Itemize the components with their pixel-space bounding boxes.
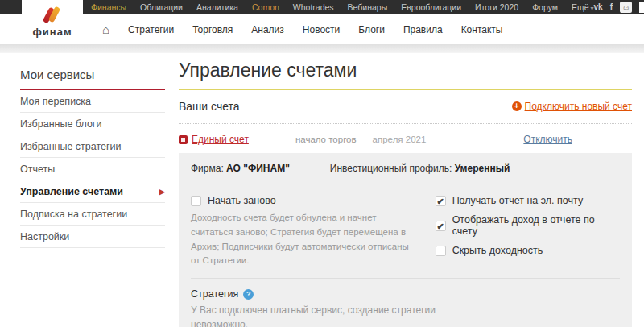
profile-value: Умеренный (455, 163, 510, 174)
sidebar-item-label: Настройки (20, 231, 69, 242)
sidebar-item-otchety[interactable]: Отчеты (20, 158, 165, 180)
topbar-item-comon[interactable]: Comon (252, 2, 279, 12)
help-icon[interactable]: ? (243, 289, 254, 300)
section-title: Ваши счета (179, 100, 240, 113)
subnav-item-kontakty[interactable]: Контакты (461, 24, 503, 35)
account-name-link[interactable]: Единый счет (192, 134, 249, 145)
topbar-item-analitika[interactable]: Аналитика (196, 2, 238, 12)
add-account-link[interactable]: + Подключить новый счет (512, 101, 632, 112)
topbar-item-more[interactable]: Ещё▾ (572, 2, 594, 12)
topbar-item-evroobligacii[interactable]: Еврооблигации (401, 2, 461, 12)
home-icon[interactable]: ⌂ (102, 23, 109, 35)
disconnect-link[interactable]: Отключить (523, 134, 572, 145)
header-divider-band (0, 44, 644, 53)
subnav-item-pravila[interactable]: Правила (403, 24, 443, 35)
restart-description: Доходность счета будет обнулена и начнет… (191, 211, 410, 268)
profile-label: Инвестиционный профиль: (330, 163, 452, 174)
account-icon (179, 135, 188, 144)
topbar-item-obligacii[interactable]: Облигации (140, 2, 183, 12)
firm-value: АО "ФИНАМ" (226, 163, 290, 174)
sidebar-item-label: Отчеты (20, 164, 55, 175)
topbar-item-whotrades[interactable]: Whotrades (293, 2, 334, 12)
strategy-title: Стратегия (191, 288, 238, 300)
sidebar: Мои сервисы Моя переписка Избранные блог… (20, 68, 165, 248)
panel-divider (191, 278, 620, 279)
account-settings-panel: Фирма: АО "ФИНАМ" Инвестиционный профиль… (179, 153, 632, 327)
sidebar-item-perepiska[interactable]: Моя переписка (20, 90, 165, 113)
smiley-icon[interactable]: ☺ (620, 2, 632, 13)
hide-profit-checkbox[interactable] (436, 246, 446, 256)
topbar-search-input[interactable] (639, 2, 644, 13)
page: Финансы Облигации Аналитика Comon Whotra… (0, 0, 644, 327)
topbar-item-forum[interactable]: Форум (532, 2, 558, 12)
sidebar-item-izbrannye-strategii[interactable]: Избранные стратегии (20, 135, 165, 158)
sidebar-item-podpiska[interactable]: Подписка на стратегии (20, 203, 165, 226)
vk-icon[interactable]: vk (594, 3, 603, 11)
email-report-checkbox[interactable]: ✔ (436, 196, 446, 206)
finam-logo-icon (42, 6, 63, 24)
main-content: Управление счетами Ваши счета + Подключи… (179, 53, 632, 327)
topbar-item-vebinary[interactable]: Вебинары (348, 2, 388, 12)
trade-start-date: апреля 2021 (373, 135, 427, 144)
subnav-item-torgovlya[interactable]: Торговля (192, 24, 233, 35)
page-title: Управление счетами (179, 60, 632, 81)
plus-icon: + (512, 101, 522, 111)
hide-profit-checkbox-row[interactable]: Скрыть доходность (436, 245, 620, 256)
topbar-item-finansy[interactable]: Финансы (91, 2, 126, 12)
restart-checkbox[interactable] (191, 196, 201, 206)
sidebar-item-label: Избранные стратегии (20, 141, 122, 152)
profile-field: Инвестиционный профиль: Умеренный (330, 163, 510, 174)
subnav-item-strategii[interactable]: Стратегии (128, 24, 174, 35)
add-account-label: Подключить новый счет (525, 101, 632, 112)
finam-logo[interactable]: финам (22, 0, 83, 44)
subnav-item-novosti[interactable]: Новости (303, 24, 340, 35)
sidebar-item-upravlenie-schetami[interactable]: Управление счетами▶ (20, 180, 165, 203)
restart-option-group: Начать заново Доходность счета будет обн… (191, 195, 429, 268)
show-income-checkbox[interactable]: ✔ (436, 221, 446, 231)
report-options-group: ✔ Получать отчет на эл. почту ✔ Отобража… (436, 195, 620, 268)
subnav-item-blogi[interactable]: Блоги (358, 24, 385, 35)
panel-divider (191, 184, 620, 184)
restart-label: Начать заново (208, 195, 276, 206)
show-income-checkbox-row[interactable]: ✔ Отображать доход в отчете по счету (436, 214, 620, 237)
sidebar-item-izbrannye-blogi[interactable]: Избранные блоги (20, 113, 165, 135)
sub-nav: ⌂ Стратегии Торговля Анализ Новости Блог… (0, 14, 644, 44)
title-underline (179, 89, 632, 90)
sidebar-item-label: Управление счетами (20, 186, 123, 197)
sidebar-item-label: Моя переписка (20, 96, 91, 107)
sidebar-item-nastroyki[interactable]: Настройки (20, 226, 165, 248)
topbar-item-itogi-2020[interactable]: Итоги 2020 (475, 2, 518, 12)
restart-checkbox-row[interactable]: Начать заново (191, 195, 429, 206)
top-bar: Финансы Облигации Аналитика Comon Whotra… (0, 0, 644, 14)
sidebar-title: Мои сервисы (20, 68, 165, 90)
strategy-description: У Вас подключен платный сервис, создание… (191, 304, 456, 327)
topbar-right-group: vk f ☺ ▾ ✉ (594, 2, 644, 13)
show-income-label: Отображать доход в отчете по счету (452, 214, 620, 237)
strategy-section: Стратегия ? У Вас подключен платный серв… (191, 288, 620, 327)
firm-label: Фирма: (191, 163, 224, 174)
email-report-checkbox-row[interactable]: ✔ Получать отчет на эл. почту (436, 195, 620, 206)
finam-logo-text: финам (32, 26, 72, 38)
dotted-divider (179, 123, 632, 124)
firm-field: Фирма: АО "ФИНАМ" (191, 163, 290, 174)
top-menu: Финансы Облигации Аналитика Comon Whotra… (91, 2, 594, 12)
hide-profit-label: Скрыть доходность (452, 245, 543, 256)
sidebar-item-label: Избранные блоги (20, 118, 101, 130)
account-row: Единый счет начало торгов апреля 2021 От… (179, 133, 632, 146)
facebook-icon[interactable]: f (610, 3, 613, 11)
subnav-item-analiz[interactable]: Анализ (251, 24, 284, 35)
sidebar-item-label: Подписка на стратегии (20, 209, 127, 220)
email-report-label: Получать отчет на эл. почту (452, 195, 584, 206)
trade-start-label: начало торгов (295, 135, 357, 144)
active-arrow-icon: ▶ (159, 188, 165, 196)
